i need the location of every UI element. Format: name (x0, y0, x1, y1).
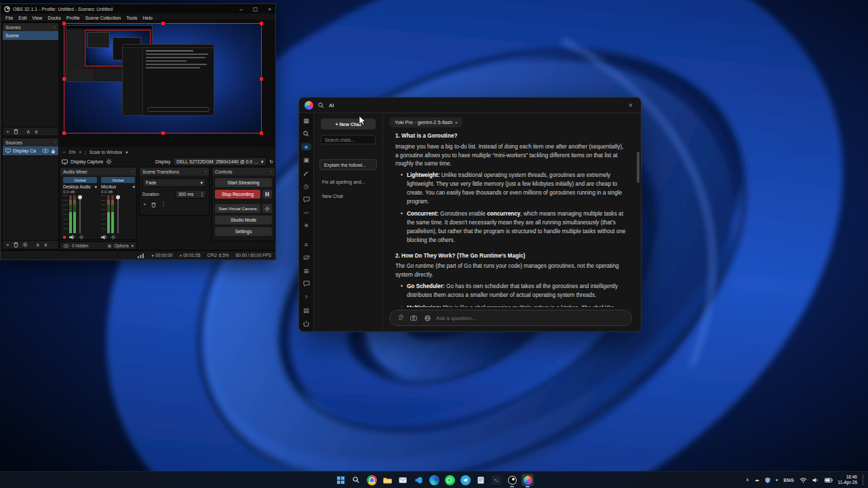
scale-mode-dropdown[interactable]: Scale to Window (90, 150, 122, 155)
grid-alt-icon[interactable]: ▤ (301, 306, 311, 314)
selection-handle[interactable] (161, 131, 165, 135)
remove-source-button[interactable] (14, 242, 18, 247)
remove-transition-button[interactable] (151, 202, 156, 207)
chat-history-item[interactable]: Fix all spelling and... (322, 180, 377, 184)
chrome-icon[interactable] (366, 474, 378, 486)
start-button[interactable] (334, 474, 347, 486)
comment-icon[interactable] (301, 280, 311, 287)
maximize-button[interactable]: ▢ (250, 5, 261, 14)
start-streaming-button[interactable]: Start Streaming (215, 178, 272, 187)
tray-expand-icon[interactable]: ∧ (746, 477, 749, 483)
search-chats-field[interactable] (321, 135, 376, 144)
selection-handle[interactable] (260, 22, 263, 25)
dock-pin-icon[interactable]: ▫ (54, 140, 56, 144)
selection-handle[interactable] (260, 131, 263, 135)
history-clock-icon[interactable]: ◷ (301, 182, 311, 190)
stop-recording-button[interactable]: Stop Recording (215, 190, 260, 199)
menu-file[interactable]: File (3, 16, 16, 20)
volume-slider[interactable] (115, 195, 121, 233)
source-item-display-capture[interactable]: Display Ca (3, 146, 58, 155)
wifi-icon[interactable] (800, 477, 807, 483)
move-scene-up-button[interactable]: ∧ (26, 129, 31, 135)
obs-preview-canvas[interactable] (60, 20, 275, 147)
language-indicator[interactable]: ENG (783, 478, 793, 483)
assistant-search-input[interactable] (329, 102, 621, 108)
slider-knob[interactable] (78, 195, 82, 199)
vscode-icon[interactable] (412, 474, 425, 486)
visibility-eye-icon[interactable] (42, 148, 49, 153)
pause-recording-button[interactable] (262, 190, 272, 199)
channel-scope-badge[interactable]: Global (101, 177, 135, 183)
mixer-options-button[interactable]: Options (114, 243, 129, 248)
terminal-icon[interactable]: >_ (490, 474, 502, 486)
add-scene-button[interactable]: + (6, 129, 9, 135)
file-explorer-icon[interactable] (381, 474, 393, 486)
zoom-out-button[interactable]: − (63, 150, 66, 155)
message-input-bar[interactable] (389, 310, 632, 326)
minimize-button[interactable]: – (235, 5, 247, 14)
slider-knob[interactable] (116, 195, 120, 199)
duration-spinner[interactable]: 300 ms ▴ ▾ (175, 190, 206, 199)
selection-handle[interactable] (62, 22, 66, 25)
chat-bubble-icon[interactable] (301, 196, 311, 203)
telegram-icon[interactable] (459, 474, 471, 486)
virtual-camera-settings-button[interactable] (262, 204, 272, 213)
display-select[interactable]: DELL S2722DGM: 2560x1440 @ 0.0 (Prim... … (173, 157, 267, 166)
search-rail-icon[interactable] (301, 129, 311, 137)
spin-down-icon[interactable]: ▾ (201, 195, 203, 197)
mail-icon[interactable] (397, 474, 409, 486)
scene-item[interactable]: Scene (3, 31, 58, 40)
chevron-down-icon[interactable]: ▾ (95, 184, 97, 189)
close-button[interactable]: × (264, 5, 275, 14)
speaker-icon[interactable] (69, 235, 75, 240)
add-transition-button[interactable]: + (143, 201, 146, 207)
box-icon[interactable]: ⊞ (301, 267, 311, 274)
menu-view[interactable]: View (29, 16, 45, 20)
menu-edit[interactable]: Edit (16, 16, 29, 20)
ai-sparkles-icon[interactable]: ★ (301, 143, 311, 150)
sun-icon[interactable]: ☀ (301, 222, 311, 230)
selection-handle[interactable] (62, 77, 66, 81)
help-icon[interactable]: ? (301, 293, 311, 301)
battery-icon[interactable] (825, 478, 833, 483)
add-source-button[interactable]: + (6, 242, 9, 248)
lock-icon[interactable] (51, 148, 56, 154)
chat-history-item[interactable]: Explain the followi... (319, 159, 377, 170)
channel-scope-badge[interactable]: Global (63, 177, 97, 183)
mixer-layout-icon[interactable]: ⊞ (108, 243, 111, 248)
zoom-in-button[interactable]: + (79, 150, 81, 155)
move-source-down-button[interactable]: ∨ (44, 242, 48, 248)
power-icon[interactable] (301, 320, 311, 327)
show-desktop-button[interactable] (863, 474, 864, 485)
camera-icon[interactable] (409, 313, 418, 323)
apps-grid-icon[interactable]: ▦ (301, 117, 311, 124)
selection-handle[interactable] (161, 22, 165, 25)
start-virtual-camera-button[interactable]: Start Virtual Camera (215, 204, 260, 213)
obs-titlebar[interactable]: OBS 32.1.1 - Profile: Untitled - Scenes:… (1, 4, 275, 14)
speaker-icon[interactable] (812, 477, 819, 483)
selection-handle[interactable] (260, 77, 263, 81)
move-source-up-button[interactable]: ∧ (36, 242, 40, 248)
properties-gear-icon[interactable] (106, 159, 112, 165)
attachment-paperclip-icon[interactable] (395, 313, 405, 323)
source-properties-gear-icon[interactable] (22, 242, 28, 247)
dock-pin-icon[interactable]: ▫ (132, 169, 134, 174)
edge-icon[interactable] (428, 474, 440, 486)
tray-app-icon[interactable]: ● (776, 478, 778, 482)
model-selector[interactable]: Yoki Pro · gemini-2.5-flash ▾ (389, 117, 462, 127)
obs-taskbar-icon[interactable] (506, 474, 518, 486)
dock-pin-icon[interactable]: ▫ (271, 169, 272, 174)
whatsapp-icon[interactable] (443, 474, 456, 486)
eye-off-icon[interactable] (301, 253, 311, 261)
pen-icon[interactable] (301, 169, 311, 177)
notes-icon[interactable]: ≡ (301, 241, 311, 248)
globe-icon[interactable] (422, 313, 432, 323)
refresh-displays-button[interactable]: ↻ (269, 159, 273, 165)
notes-app-icon[interactable] (475, 474, 487, 486)
spinner-arrows[interactable]: ▴ ▾ (201, 192, 203, 197)
close-icon[interactable]: × (626, 102, 635, 109)
code-icon[interactable]: </> (301, 209, 311, 216)
chat-history-item[interactable]: New Chat (322, 194, 377, 199)
move-scene-down-button[interactable]: ∨ (35, 129, 39, 135)
volume-slider[interactable] (77, 195, 83, 233)
